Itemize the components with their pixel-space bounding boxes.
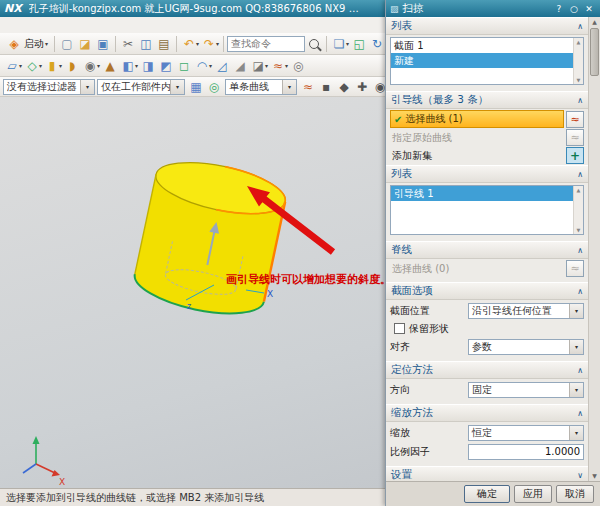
dropdown-arrow-icon: ▾	[80, 80, 94, 94]
collapse-icon[interactable]: ∧	[577, 409, 583, 418]
cylinder-body[interactable]	[130, 153, 289, 323]
model-view: z X X	[0, 97, 385, 488]
unite-icon[interactable]: ◧▾	[119, 57, 139, 75]
refresh-icon[interactable]: ↻▾	[368, 35, 386, 53]
graphics-window[interactable]: z X X 画引导线时可以增加想要的斜度。	[0, 97, 385, 488]
group-header-section-options[interactable]: 截面选项 ∧	[386, 282, 588, 300]
triad-x-label: X	[59, 477, 65, 487]
draft-icon[interactable]: ◢▾	[231, 57, 249, 75]
collapse-icon[interactable]: ∧	[577, 366, 583, 375]
collapse-icon[interactable]: ∧	[577, 246, 583, 255]
intersect-icon[interactable]: ◩▾	[157, 57, 175, 75]
command-finder-input[interactable]	[227, 36, 305, 52]
cancel-button[interactable]: 取消	[556, 485, 594, 503]
preserve-shape-label: 保留形状	[409, 322, 449, 336]
tube-icon[interactable]: ◎▾	[289, 57, 307, 75]
ok-button[interactable]: 确定	[464, 485, 510, 503]
section-list-item[interactable]: 截面 1	[391, 38, 573, 53]
extrude-icon[interactable]: ▮▾	[43, 57, 63, 75]
new-icon[interactable]: ▢▾	[58, 35, 76, 53]
hole-icon[interactable]: ◉▾	[81, 57, 101, 75]
undo-icon[interactable]: ↶▾	[180, 35, 200, 53]
copy-icon[interactable]: ◫▾	[137, 35, 155, 53]
dialog-close-button[interactable]: ✕	[582, 2, 596, 15]
group-header-section-list[interactable]: 列表 ∧	[386, 17, 588, 35]
scrollbar-thumb[interactable]	[590, 28, 599, 76]
dropdown-arrow-icon: ▾	[170, 80, 184, 94]
dialog-scrollbar[interactable]: ▲ ▼	[588, 17, 600, 481]
shell-icon[interactable]: ◻▾	[175, 57, 193, 75]
group-header-guide-list[interactable]: 列表 ∧	[386, 165, 588, 183]
tangent-curves-icon[interactable]: ≈	[299, 78, 317, 96]
end-point-icon[interactable]: ▪	[317, 78, 335, 96]
apply-button[interactable]: 应用	[514, 485, 552, 503]
intersection-point-icon[interactable]: ✚	[353, 78, 371, 96]
window-icon[interactable]: ❏▾	[330, 35, 350, 53]
paste-icon[interactable]: ▤▾	[155, 35, 173, 53]
specify-origin-button[interactable]: ≈	[566, 129, 584, 146]
curve-select-button[interactable]: ≈	[566, 111, 584, 128]
selection-filter-combo[interactable]: 没有选择过滤器 ▾	[3, 79, 95, 95]
swept-icon[interactable]: ≈▾	[269, 57, 289, 75]
revolve-icon[interactable]: ◗▾	[63, 57, 81, 75]
dialog-help-button[interactable]: ?	[552, 2, 566, 15]
collapse-icon[interactable]: ∧	[577, 96, 583, 105]
fit-view-icon[interactable]: ◱▾	[350, 35, 368, 53]
guide-listbox: 引导线 1 ▲▼	[390, 185, 584, 235]
list-scrollbar[interactable]: ▲▼	[573, 38, 583, 84]
collapse-icon[interactable]: ∧	[577, 22, 583, 31]
mid-point-icon[interactable]: ◆	[335, 78, 353, 96]
section-list-item[interactable]: 新建	[391, 53, 573, 68]
spine-curve-button[interactable]: ≈	[566, 260, 584, 277]
group-header-settings[interactable]: 设置 ∨	[386, 466, 588, 481]
direction-select[interactable]: 固定 ▾	[468, 382, 584, 398]
highlight-icon[interactable]: ◎	[205, 78, 223, 96]
section-position-select[interactable]: 沿引导线任何位置 ▾	[468, 303, 584, 319]
curve-rule-combo[interactable]: 单条曲线 ▾	[225, 79, 297, 95]
datum-plane-icon[interactable]: ◇▾	[23, 57, 43, 75]
subtract-icon[interactable]: ◨▾	[139, 57, 157, 75]
expand-icon[interactable]: ∨	[577, 471, 583, 480]
sketch-icon[interactable]: ▱▾	[3, 57, 23, 75]
spine-select-curve-label: 选择曲线 (0)	[390, 262, 564, 276]
select-all-icon[interactable]: ▦	[187, 78, 205, 96]
dialog-title: 扫掠	[403, 2, 551, 16]
status-prompt: 选择要添加到引导线的曲线链，或选择 MB2 来添加引导线	[6, 491, 264, 505]
guide-list-item[interactable]: 引导线 1	[391, 186, 573, 201]
boss-icon[interactable]: ▲▾	[101, 57, 119, 75]
section-position-label: 截面位置	[390, 304, 468, 318]
trim-body-icon[interactable]: ◪▾	[249, 57, 269, 75]
start-menu-button[interactable]: ◈ 启动 ▾	[3, 35, 51, 53]
chamfer-icon[interactable]: ◿▾	[213, 57, 231, 75]
scale-select[interactable]: 恒定 ▾	[468, 425, 584, 441]
section-listbox: 截面 1新建 ▲▼	[390, 37, 584, 85]
redo-icon[interactable]: ↷▾	[200, 35, 220, 53]
wcs-triad[interactable]: X	[23, 436, 65, 487]
scale-factor-input[interactable]	[468, 444, 584, 460]
start-label: 启动	[24, 37, 44, 51]
preserve-shape-checkbox[interactable]	[394, 323, 405, 334]
dropdown-arrow-icon: ▾	[45, 40, 48, 47]
group-header-guides[interactable]: 引导线（最多 3 条） ∧	[386, 91, 588, 109]
group-header-orientation[interactable]: 定位方法 ∧	[386, 361, 588, 379]
toolbar-separator	[223, 36, 224, 52]
save-icon[interactable]: ▣▾	[94, 35, 112, 53]
add-new-set-button[interactable]: +	[566, 147, 584, 164]
group-header-scaling[interactable]: 缩放方法 ∧	[386, 404, 588, 422]
dialog-titlebar[interactable]: ▨ 扫掠 ? ○ ✕	[386, 0, 600, 17]
edge-blend-icon[interactable]: ◠▾	[193, 57, 213, 75]
align-select[interactable]: 参数 ▾	[468, 339, 584, 355]
group-header-spine[interactable]: 脊线 ∧	[386, 241, 588, 259]
scroll-up-icon[interactable]: ▲	[592, 17, 597, 27]
selection-scope-combo[interactable]: 仅在工作部件内 ▾	[97, 79, 185, 95]
collapse-icon[interactable]: ∧	[577, 170, 583, 179]
cut-icon[interactable]: ✂▾	[119, 35, 137, 53]
select-guide-curve-row[interactable]: ✔ 选择曲线 (1)	[390, 110, 564, 128]
collapse-icon[interactable]: ∧	[577, 287, 583, 296]
search-icon[interactable]	[309, 39, 319, 49]
add-new-set-label: 添加新集	[390, 149, 564, 163]
scroll-down-icon[interactable]: ▼	[592, 471, 597, 481]
dialog-pin-button[interactable]: ○	[567, 2, 581, 15]
open-icon[interactable]: ◪▾	[76, 35, 94, 53]
list-scrollbar[interactable]: ▲▼	[573, 186, 583, 234]
